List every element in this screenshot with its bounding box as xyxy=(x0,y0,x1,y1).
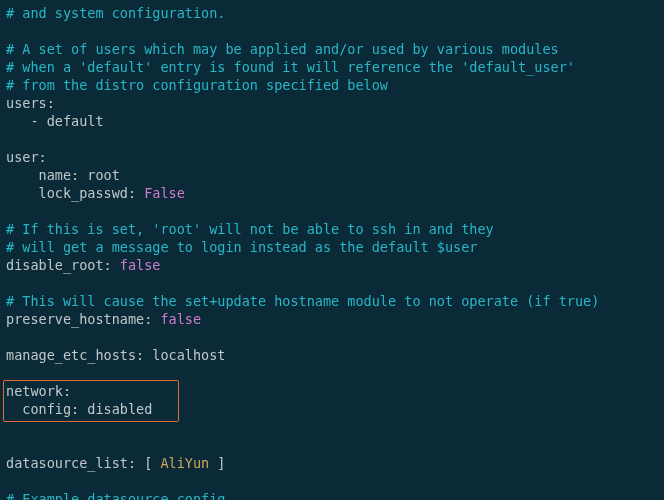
code-segment: datasource_list: [ xyxy=(6,455,160,471)
code-line: preserve_hostname: false xyxy=(6,310,658,328)
code-line: datasource_list: [ AliYun ] xyxy=(6,454,658,472)
code-segment: name: root xyxy=(6,167,120,183)
code-segment: disable_root: xyxy=(6,257,120,273)
code-segment: # and system configuration. xyxy=(6,5,225,21)
code-line: user: xyxy=(6,148,658,166)
code-segment: # This will cause the set+update hostnam… xyxy=(6,293,599,309)
code-line: # and system configuration. xyxy=(6,4,658,22)
code-line: # This will cause the set+update hostnam… xyxy=(6,292,658,310)
code-segment: users: xyxy=(6,95,55,111)
code-line xyxy=(6,130,658,148)
code-line: # will get a message to login instead as… xyxy=(6,238,658,256)
code-line: config: disabled xyxy=(6,400,658,418)
code-line: network: xyxy=(6,382,658,400)
code-line xyxy=(6,364,658,382)
code-segment: manage_etc_hosts: localhost xyxy=(6,347,225,363)
code-line: # A set of users which may be applied an… xyxy=(6,40,658,58)
code-line: users: xyxy=(6,94,658,112)
terminal-editor-view[interactable]: # and system configuration. # A set of u… xyxy=(0,0,664,500)
code-line xyxy=(6,436,658,454)
code-segment: ] xyxy=(209,455,225,471)
code-segment: lock_passwd: xyxy=(6,185,144,201)
code-segment: # will get a message to login instead as… xyxy=(6,239,477,255)
code-line: disable_root: false xyxy=(6,256,658,274)
code-line xyxy=(6,418,658,436)
code-segment: AliYun xyxy=(160,455,209,471)
code-line xyxy=(6,22,658,40)
code-line: # from the distro configuration specifie… xyxy=(6,76,658,94)
code-segment: False xyxy=(144,185,185,201)
code-segment: # from the distro configuration specifie… xyxy=(6,77,388,93)
code-line: # If this is set, 'root' will not be abl… xyxy=(6,220,658,238)
code-line: # when a 'default' entry is found it wil… xyxy=(6,58,658,76)
code-segment: preserve_hostname: xyxy=(6,311,160,327)
code-segment: # when a 'default' entry is found it wil… xyxy=(6,59,575,75)
code-segment: false xyxy=(160,311,201,327)
code-line xyxy=(6,202,658,220)
code-segment: network: xyxy=(6,383,71,399)
code-line xyxy=(6,472,658,490)
code-segment: false xyxy=(120,257,161,273)
code-line: # Example datasource config xyxy=(6,490,658,500)
code-segment: # If this is set, 'root' will not be abl… xyxy=(6,221,494,237)
code-segment: # Example datasource config xyxy=(6,491,225,500)
code-line: lock_passwd: False xyxy=(6,184,658,202)
code-line: - default xyxy=(6,112,658,130)
code-line: name: root xyxy=(6,166,658,184)
code-line xyxy=(6,328,658,346)
code-line: manage_etc_hosts: localhost xyxy=(6,346,658,364)
code-line xyxy=(6,274,658,292)
code-segment: # A set of users which may be applied an… xyxy=(6,41,559,57)
code-segment: - default xyxy=(6,113,104,129)
code-segment: config: disabled xyxy=(6,401,152,417)
code-segment: user: xyxy=(6,149,47,165)
